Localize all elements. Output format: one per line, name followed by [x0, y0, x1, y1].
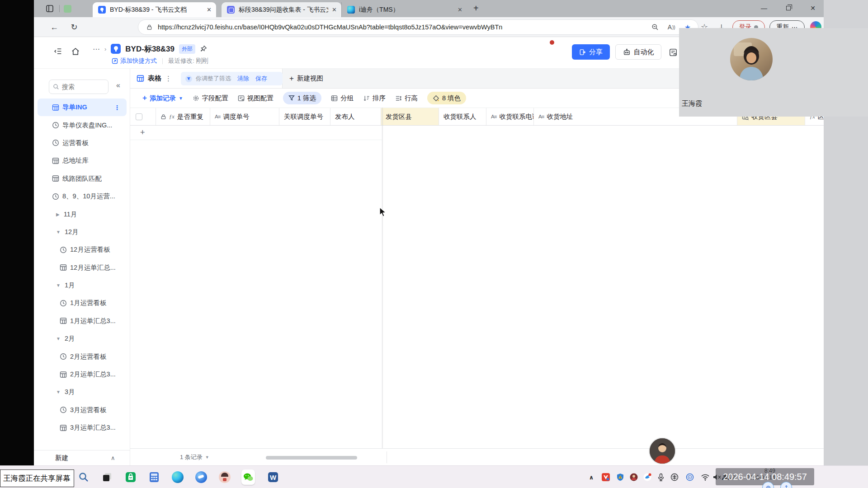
sidebar-new-button[interactable]: 新建 ∧: [34, 450, 130, 465]
column-header-发布人[interactable]: 发布人: [330, 108, 381, 125]
chevron-up-icon[interactable]: ∧: [111, 455, 115, 461]
new-view-button[interactable]: + 新建视图: [289, 69, 323, 88]
tab-close-icon[interactable]: ✕: [458, 6, 462, 13]
window-close-button[interactable]: ✕: [802, 0, 823, 16]
sidebar-group-3月[interactable]: ▼3月: [34, 383, 130, 401]
taskbar-icon-search[interactable]: [77, 470, 90, 484]
row-checkbox[interactable]: [136, 113, 142, 120]
tray-icon-red-app[interactable]: [600, 473, 611, 482]
tab-close-icon[interactable]: ✕: [207, 6, 212, 13]
advanced-permissions-icon[interactable]: [669, 48, 678, 59]
sidebar-item-1月运单汇总3...[interactable]: 1月运单汇总3...: [34, 312, 130, 330]
tray-icon-bird-app[interactable]: [642, 473, 653, 482]
sidebar-group-1月[interactable]: ▼1月: [34, 277, 130, 294]
column-header-收货联系电话[interactable]: A≡收货联系电话: [486, 108, 534, 125]
taskbar-icon-word[interactable]: W: [266, 470, 280, 484]
tab-close-icon[interactable]: ✕: [332, 6, 337, 13]
sidebar-item-2月运营看板[interactable]: 2月运营看板: [34, 347, 130, 365]
sidebar-item-8、9、10月运营...[interactable]: 8、9、10月运营...: [34, 188, 130, 205]
row-height-button[interactable]: 行高: [395, 94, 418, 103]
breadcrumb-more-icon[interactable]: ⋯: [93, 45, 100, 53]
tray-icon-wifi[interactable]: [700, 473, 711, 482]
sidebar-item-12月运营看板[interactable]: 12月运营看板: [34, 241, 130, 258]
group-button[interactable]: 分组: [331, 94, 354, 103]
taskbar-icon-wechat[interactable]: [241, 470, 255, 484]
browser-tab-3[interactable]: i迪舟（TMS）✕: [341, 2, 467, 17]
add-row-button[interactable]: +: [130, 126, 382, 140]
window-minimize-button[interactable]: —: [754, 0, 774, 16]
add-shortcut-button[interactable]: 添加快捷方式: [112, 57, 157, 65]
taskbar-icon-browser-blue[interactable]: [194, 470, 208, 484]
chevron-down-icon[interactable]: ▼: [56, 283, 61, 288]
view-config-button[interactable]: 视图配置: [238, 94, 274, 103]
chevron-down-icon[interactable]: ▼: [56, 230, 61, 235]
browser-tab-2[interactable]: 标段38&39问题收集表 - 飞书云文✕: [222, 2, 341, 17]
zoom-out-icon[interactable]: [651, 23, 659, 31]
pin-icon[interactable]: [200, 45, 207, 52]
item-menu-icon[interactable]: ⋮: [114, 104, 120, 111]
column-header-收货联系人[interactable]: 收货联系人: [439, 108, 486, 125]
dashboard-icon: [60, 300, 67, 307]
sidebar-item-总地址库[interactable]: 总地址库: [34, 152, 130, 169]
view-tab-grid[interactable]: 表格 ⋮: [137, 74, 172, 83]
tray-icon-contact[interactable]: [628, 473, 639, 482]
sidebar-item-3月运营看板[interactable]: 3月运营看板: [34, 401, 130, 419]
sidebar-item-1月运营看板[interactable]: 1月运营看板: [34, 294, 130, 312]
filter-button[interactable]: 1 筛选: [283, 92, 321, 104]
view-menu-icon[interactable]: ⋮: [165, 75, 172, 83]
refresh-icon[interactable]: ↻: [68, 21, 80, 33]
read-aloud-icon[interactable]: A)): [668, 23, 675, 31]
fill-color-button[interactable]: 8 填色: [427, 92, 466, 104]
tray-icon-security-shield[interactable]: [615, 473, 626, 482]
taskbar-icon-calculator[interactable]: [147, 470, 161, 484]
taskbar-icon-edge[interactable]: [171, 470, 184, 484]
chevron-down-icon[interactable]: ▼: [56, 336, 61, 341]
add-record-button[interactable]: + 添加记录 ▼: [142, 94, 183, 103]
sidebar-group-11月[interactable]: ▶11月: [34, 205, 130, 223]
sidebar-item-12月运单汇总...[interactable]: 12月运单汇总...: [34, 259, 130, 277]
tab-workspaces-icon[interactable]: [45, 4, 55, 14]
participant-webcam-bubble[interactable]: [649, 437, 676, 465]
automation-button[interactable]: 自动化: [615, 44, 661, 60]
taskbar-icon-task-view[interactable]: [100, 470, 114, 484]
tab-title: BYD-标38&39 - 飞书云文档: [110, 6, 203, 14]
collapse-nav-icon[interactable]: [54, 47, 62, 57]
sidebar-item-导单仪表盘ING...[interactable]: 导单仪表盘ING...: [34, 116, 130, 134]
pinned-tab-icon[interactable]: [64, 5, 71, 13]
collapse-sidebar-icon[interactable]: «: [116, 81, 120, 89]
tray-icon-ifly[interactable]: [684, 473, 695, 482]
sidebar-search-box[interactable]: [49, 80, 108, 94]
home-icon[interactable]: [71, 47, 80, 58]
taskbar-icon-store[interactable]: [124, 470, 137, 484]
new-tab-button[interactable]: +: [473, 3, 479, 14]
column-header-发货区县[interactable]: 发货区县: [381, 108, 439, 125]
record-count[interactable]: 1 条记录 ▼: [180, 453, 209, 461]
sidebar-group-12月[interactable]: ▼12月: [34, 223, 130, 241]
chevron-right-icon[interactable]: ▶: [56, 212, 60, 217]
url-field[interactable]: https://hcnz2lvicj70.feishu.cn/base/I0HQ…: [138, 19, 698, 35]
share-button[interactable]: 分享: [572, 44, 610, 60]
sidebar-item-2月运单汇总3...[interactable]: 2月运单汇总3...: [34, 366, 130, 383]
chevron-down-icon[interactable]: ▼: [56, 389, 61, 394]
browser-tab-1[interactable]: BYD-标38&39 - 飞书云文档✕: [93, 2, 216, 17]
clear-filter-button[interactable]: 清除: [237, 75, 249, 83]
sidebar-item-导单ING[interactable]: 导单ING⋮: [38, 99, 127, 116]
sidebar-item-运营看板[interactable]: 运营看板: [34, 134, 130, 152]
column-header-是否重复[interactable]: ƒx是否重复: [156, 108, 210, 125]
back-icon[interactable]: ←: [48, 21, 60, 33]
sort-button[interactable]: 排序: [363, 94, 386, 103]
window-restore-button[interactable]: [778, 0, 799, 16]
tray-icon-microphone[interactable]: [656, 473, 666, 482]
save-filter-button[interactable]: 保存: [255, 75, 267, 83]
sidebar-item-线路团队匹配[interactable]: 线路团队匹配: [34, 170, 130, 188]
tray-icon-chevron-up[interactable]: ∧: [586, 473, 597, 482]
sidebar-item-3月运单汇总3...[interactable]: 3月运单汇总3...: [34, 419, 130, 436]
taskbar-icon-app-pink[interactable]: [218, 470, 231, 484]
search-input[interactable]: [62, 83, 98, 90]
column-header-关联调度单号[interactable]: 关联调度单号: [279, 108, 330, 125]
field-config-button[interactable]: 字段配置: [193, 94, 228, 103]
column-header-调度单号[interactable]: A≡调度单号: [210, 108, 279, 125]
sidebar-group-2月[interactable]: ▼2月: [34, 330, 130, 347]
horizontal-scrollbar[interactable]: [266, 456, 357, 460]
tray-icon-ime[interactable]: [669, 473, 680, 482]
